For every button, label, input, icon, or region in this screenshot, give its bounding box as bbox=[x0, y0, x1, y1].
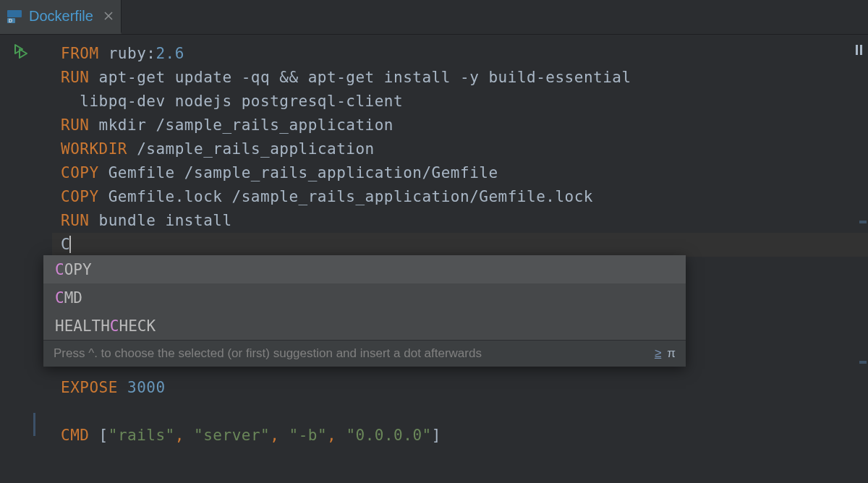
marker-tick[interactable] bbox=[859, 361, 867, 364]
code-line: RUN bundle install bbox=[61, 209, 859, 233]
right-gutter bbox=[854, 35, 867, 483]
code-line: libpq-dev nodejs postgresql-client bbox=[61, 90, 859, 114]
editor-area: FROM ruby:2.6 RUN apt-get update -qq && … bbox=[0, 35, 868, 483]
run-icon[interactable] bbox=[13, 43, 29, 63]
autocomplete-hint: Press ^. to choose the selected (or firs… bbox=[43, 340, 686, 367]
tab-label: Dockerfile bbox=[29, 8, 93, 25]
code-line: CMD ["rails", "server", "-b", "0.0.0.0"] bbox=[61, 424, 859, 448]
docker-file-icon: D bbox=[6, 7, 23, 25]
autocomplete-item[interactable]: HEALTHCHECK bbox=[43, 312, 686, 340]
code-line-current: C bbox=[61, 233, 859, 257]
hint-icon[interactable]: ≥ bbox=[655, 346, 661, 361]
tab-bar: D Dockerfile bbox=[0, 0, 868, 35]
code-line: WORKDIR /sample_rails_application bbox=[61, 137, 859, 161]
code-line: COPY Gemfile.lock /sample_rails_applicat… bbox=[61, 185, 859, 209]
autocomplete-popup: COPY CMD HEALTHCHECK Press ^. to choose … bbox=[43, 255, 686, 367]
analysis-paused-icon[interactable] bbox=[856, 45, 862, 55]
line-marker bbox=[33, 413, 35, 436]
code-line: FROM ruby:2.6 bbox=[61, 42, 859, 66]
code-line: RUN mkdir /sample_rails_application bbox=[61, 114, 859, 137]
close-icon[interactable] bbox=[103, 11, 114, 21]
hint-icon[interactable]: π bbox=[667, 346, 676, 361]
file-tab-dockerfile[interactable]: D Dockerfile bbox=[0, 0, 122, 34]
code-line: COPY Gemfile /sample_rails_application/G… bbox=[61, 161, 859, 185]
svg-rect-0 bbox=[7, 10, 22, 17]
autocomplete-item[interactable]: COPY bbox=[43, 255, 686, 283]
svg-text:D: D bbox=[9, 18, 12, 23]
code-line: EXPOSE 3000 bbox=[61, 376, 859, 400]
text-cursor bbox=[69, 236, 71, 253]
code-line: RUN apt-get update -qq && apt-get instal… bbox=[61, 66, 859, 90]
marker-tick[interactable] bbox=[859, 221, 867, 223]
code-line bbox=[61, 400, 859, 424]
autocomplete-item[interactable]: CMD bbox=[43, 283, 686, 312]
autocomplete-hint-text: Press ^. to choose the selected (or firs… bbox=[54, 346, 482, 361]
